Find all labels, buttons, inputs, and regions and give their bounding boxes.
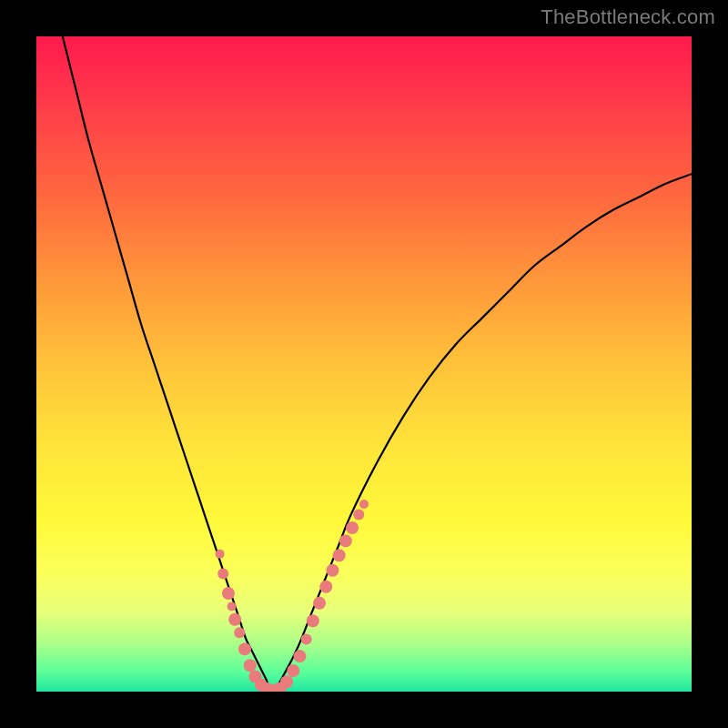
chart-svg [36,36,692,692]
data-point-marker [353,510,364,521]
data-point-marker [216,550,225,559]
chart-frame: TheBottleneck.com [0,0,728,728]
data-point-marker [287,664,299,677]
data-point-marker [222,587,235,600]
data-point-marker [293,650,306,662]
watermark-text: TheBottleneck.com [541,5,715,29]
data-point-marker [307,614,319,627]
data-point-marker [346,521,359,534]
data-point-marker [333,549,346,561]
data-point-marker [234,627,245,638]
data-point-marker [280,675,293,688]
data-point-marker [228,602,237,611]
data-point-marker [313,597,326,610]
data-point-marker [301,633,312,644]
bottleneck-curve [63,36,692,692]
data-point-marker [238,642,251,655]
data-point-marker [244,659,257,672]
data-point-marker [217,568,228,579]
plot-area [36,36,692,692]
data-point-marker [359,500,369,509]
data-point-marker [319,581,332,593]
data-point-marker [228,613,241,626]
data-point-marker [339,534,352,547]
data-point-marker [326,564,339,577]
